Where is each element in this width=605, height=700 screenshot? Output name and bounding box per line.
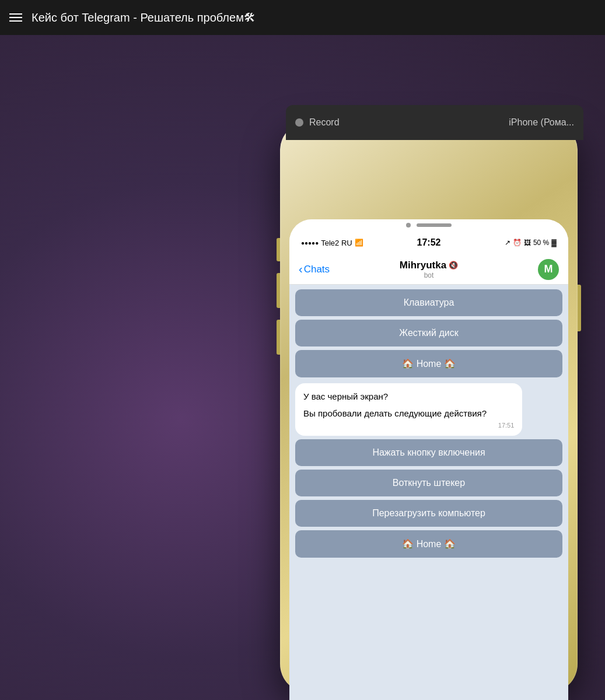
direction-icon: ↗	[505, 239, 510, 247]
phone-btn-mute	[277, 238, 280, 261]
back-button[interactable]: ‹ Chats	[299, 262, 330, 276]
mute-icon: 🔇	[449, 261, 458, 270]
message-line2: Вы пробовали делать следующие действия?	[303, 407, 514, 419]
message-bubble: У вас черный экран? Вы пробовали делать …	[295, 383, 522, 436]
chat-name: Mihryutka	[400, 260, 446, 271]
carrier-name: Tele2 RU	[321, 239, 352, 247]
wifi-icon: 📶	[355, 239, 363, 247]
back-label: Chats	[304, 264, 330, 275]
status-time: 17:52	[417, 237, 441, 248]
phone-btn-vol-down	[277, 320, 280, 355]
nav-title-area: Mihryutka 🔇 bot	[400, 260, 458, 279]
chat-title: Mihryutka 🔇	[400, 260, 458, 271]
phone-btn-power	[578, 285, 581, 331]
signal-dots: ●●●●●	[301, 240, 319, 246]
chat-area[interactable]: Клавиатура Жесткий диск 🏠 Home 🏠 У вас ч…	[289, 285, 568, 700]
menu-icon[interactable]	[9, 13, 22, 22]
device-label: iPhone (Рома...	[509, 117, 574, 128]
message-time: 17:51	[303, 422, 514, 429]
phone-area: Record iPhone (Рома... ●●●●● Tele2 RU 📶 …	[280, 35, 583, 700]
avatar[interactable]: M	[538, 259, 559, 280]
status-right-group: ↗ ⏰ 🖼 50 % ▓	[505, 239, 557, 247]
record-dot	[295, 118, 303, 127]
status-bar: ●●●●● Tele2 RU 📶 17:52 ↗ ⏰ 🖼 50 % ▓	[289, 231, 568, 254]
message-line1: У вас черный экран?	[303, 390, 514, 402]
top-bar: Кейс бот Telegram - Решатель проблем🛠	[0, 0, 605, 35]
page-title: Кейс бот Telegram - Решатель проблем🛠	[32, 11, 256, 24]
avatar-letter: M	[544, 263, 553, 275]
battery-percent: 50 %	[533, 239, 549, 247]
plug-button[interactable]: Воткнуть штекер	[295, 470, 562, 496]
home-button-top[interactable]: 🏠 Home 🏠	[295, 350, 562, 377]
record-label: Record	[309, 117, 340, 128]
speaker	[417, 223, 452, 227]
restart-button[interactable]: Перезагрузить компьютер	[295, 500, 562, 527]
photo-icon: 🖼	[524, 239, 531, 247]
keyboard-button[interactable]: Клавиатура	[295, 289, 562, 316]
back-chevron-icon: ‹	[299, 262, 303, 276]
phone-frame: ●●●●● Tele2 RU 📶 17:52 ↗ ⏰ 🖼 50 % ▓ ‹ Ch…	[280, 121, 578, 693]
nav-bar: ‹ Chats Mihryutka 🔇 bot M	[289, 254, 568, 285]
harddisk-button[interactable]: Жесткий диск	[295, 320, 562, 346]
front-camera	[406, 223, 411, 228]
chat-subtitle: bot	[400, 271, 458, 279]
home-button-bottom[interactable]: 🏠 Home 🏠	[295, 530, 562, 558]
alarm-icon: ⏰	[513, 239, 522, 247]
phone-screen: ●●●●● Tele2 RU 📶 17:52 ↗ ⏰ 🖼 50 % ▓ ‹ Ch…	[289, 219, 568, 700]
battery-icon: ▓	[551, 239, 557, 247]
phone-btn-vol-up	[277, 273, 280, 308]
record-bar: Record iPhone (Рома...	[286, 105, 583, 140]
power-button[interactable]: Нажать кнопку включения	[295, 439, 562, 466]
